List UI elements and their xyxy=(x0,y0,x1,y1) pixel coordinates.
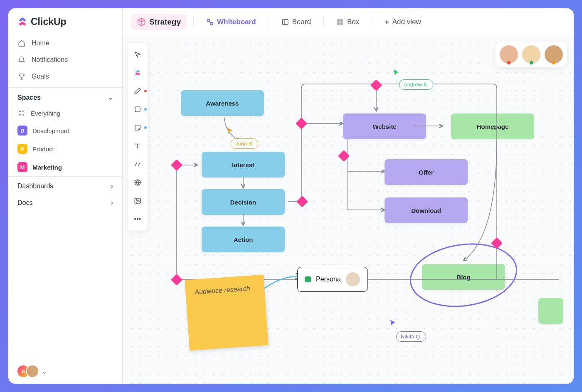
list-title-chip[interactable]: Strategy xyxy=(131,14,187,30)
chevron-down-icon: ⌄ xyxy=(42,367,47,375)
home-icon xyxy=(17,39,26,47)
cursor-john: John B. xyxy=(231,138,258,149)
connector-handle[interactable] xyxy=(296,118,307,129)
svg-point-4 xyxy=(207,19,210,22)
board-icon xyxy=(281,18,289,26)
user-avatar xyxy=(26,365,39,378)
chevron-right-icon: › xyxy=(111,182,113,190)
persona-label: Persona xyxy=(316,276,341,283)
svg-rect-8 xyxy=(337,19,340,22)
svg-point-5 xyxy=(210,22,213,25)
svg-point-3 xyxy=(23,114,24,116)
nav-home-label: Home xyxy=(32,39,49,47)
connector-handle[interactable] xyxy=(370,79,382,91)
connector-handle[interactable] xyxy=(296,196,308,207)
nav-notifications[interactable]: Notifications xyxy=(8,52,122,68)
persona-card[interactable]: Persona xyxy=(297,267,368,292)
cube-icon xyxy=(137,17,146,27)
docs-header[interactable]: Docs › xyxy=(8,193,122,210)
spaces-header-label: Spaces xyxy=(17,94,41,101)
node-awareness[interactable]: Awareness xyxy=(181,90,264,116)
cursor-nikita: Nikita Q. xyxy=(396,331,426,342)
collaborator-avatar[interactable]: .collab .a:nth-child(1)::after{backgroun… xyxy=(500,45,518,64)
node-offer[interactable]: Offer xyxy=(385,159,468,185)
space-label: Development xyxy=(32,127,69,134)
tool-image[interactable] xyxy=(130,193,145,208)
tool-text[interactable] xyxy=(130,138,145,153)
tool-pen[interactable] xyxy=(130,84,145,99)
color-dot-blue xyxy=(144,126,147,129)
connector-handle[interactable] xyxy=(171,159,182,171)
nav-section: Home Notifications Goals xyxy=(8,32,122,87)
svg-rect-10 xyxy=(337,22,340,25)
space-development[interactable]: D Development xyxy=(8,121,122,140)
cursor-andrew: Andrew K. xyxy=(399,79,433,90)
collaborator-avatar[interactable]: .collab .a:nth-child(2)::after{backgroun… xyxy=(522,45,540,64)
spaces-header[interactable]: Spaces ⌄ xyxy=(8,87,122,105)
brand-logo[interactable]: ClickUp xyxy=(8,8,122,32)
collaborators-bar[interactable]: .collab .a:nth-child(1)::after{backgroun… xyxy=(496,42,567,67)
divider xyxy=(372,17,372,27)
node-partial[interactable] xyxy=(538,298,563,324)
chevron-right-icon: › xyxy=(111,199,113,207)
tool-sticky[interactable] xyxy=(130,120,145,135)
node-blog[interactable]: Blog xyxy=(422,264,505,290)
add-view-button[interactable]: + Add view xyxy=(379,15,427,30)
list-title: Strategy xyxy=(149,17,181,27)
svg-point-1 xyxy=(23,111,24,112)
add-view-label: Add view xyxy=(392,18,421,26)
node-interest[interactable]: Interest xyxy=(202,152,285,178)
main-area: Strategy Whiteboard Board Box + Add view xyxy=(123,8,574,384)
view-label: Box xyxy=(347,18,359,26)
plus-icon: + xyxy=(385,18,389,27)
dashboards-label: Dashboards xyxy=(17,182,53,190)
connector-handle[interactable] xyxy=(171,274,182,286)
tool-select[interactable] xyxy=(130,47,145,62)
chevron-down-icon: ⌄ xyxy=(108,94,113,101)
node-homepage[interactable]: Homepage xyxy=(451,113,534,139)
nav-home[interactable]: Home xyxy=(8,35,122,52)
svg-rect-9 xyxy=(340,19,343,22)
tool-shape[interactable] xyxy=(130,102,145,117)
tool-connector[interactable] xyxy=(130,157,145,172)
tool-clickup[interactable] xyxy=(130,65,145,80)
collaborator-avatar[interactable]: .collab .a:nth-child(3)::after{backgroun… xyxy=(545,45,563,64)
sticky-text: Audience research xyxy=(195,285,250,296)
svg-rect-6 xyxy=(282,20,288,25)
tool-web[interactable] xyxy=(130,175,145,190)
sidebar: ClickUp Home Notifications Goals Spaces … xyxy=(8,8,123,384)
svg-point-2 xyxy=(20,114,21,116)
clickup-logo-icon xyxy=(17,16,28,27)
dashboards-header[interactable]: Dashboards › xyxy=(8,176,122,193)
node-action[interactable]: Action xyxy=(202,227,285,252)
trophy-icon xyxy=(17,72,26,81)
box-icon xyxy=(336,18,344,26)
app-window: ClickUp Home Notifications Goals Spaces … xyxy=(8,8,574,384)
divider xyxy=(269,17,269,27)
space-product[interactable]: P Product xyxy=(8,140,122,158)
cursor-icon xyxy=(390,319,397,327)
node-website[interactable]: Website xyxy=(343,113,426,139)
space-everything[interactable]: Everything xyxy=(8,105,122,121)
node-decision[interactable]: Decision xyxy=(202,189,285,215)
space-marketing[interactable]: M Marketing xyxy=(8,158,122,176)
divider xyxy=(323,17,324,27)
whiteboard-canvas[interactable]: ••• .collab .a:nth-child(1)::after{backg… xyxy=(123,36,574,384)
space-label: Marketing xyxy=(32,164,62,171)
view-label: Whiteboard xyxy=(217,18,256,26)
view-box[interactable]: Box xyxy=(330,15,365,30)
view-board[interactable]: Board xyxy=(276,15,317,30)
node-download[interactable]: Download xyxy=(385,197,468,223)
color-dot-blue xyxy=(144,108,147,111)
dots-icon: ••• xyxy=(134,215,141,223)
view-whiteboard[interactable]: Whiteboard xyxy=(200,15,262,30)
whiteboard-icon xyxy=(206,18,214,26)
nav-goals[interactable]: Goals xyxy=(8,68,122,85)
nav-goals-label: Goals xyxy=(32,73,49,80)
docs-label: Docs xyxy=(17,199,32,207)
connector-handle[interactable] xyxy=(491,237,503,249)
tool-more[interactable]: ••• xyxy=(130,212,145,227)
sticky-note[interactable]: Audience research xyxy=(185,275,268,351)
user-switcher[interactable]: S ⌄ xyxy=(8,359,122,384)
connector-handle[interactable] xyxy=(338,150,350,162)
